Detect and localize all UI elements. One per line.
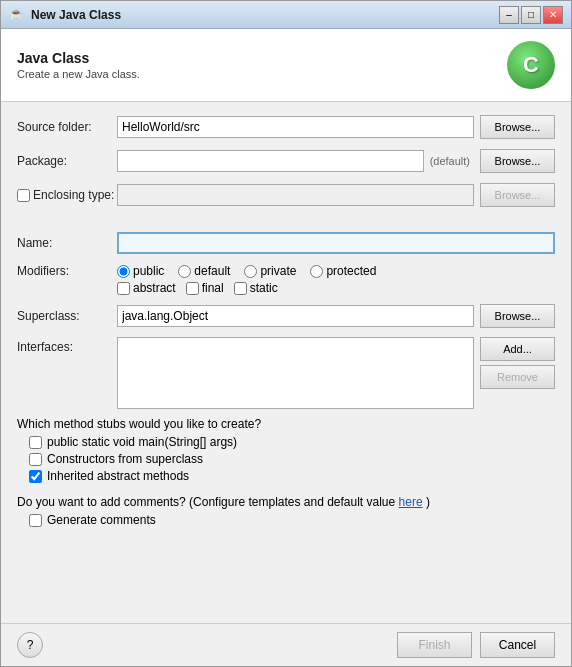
modifier-private-label: private	[260, 264, 296, 278]
name-label: Name:	[17, 236, 117, 250]
help-button[interactable]: ?	[17, 632, 43, 658]
name-input[interactable]	[117, 232, 555, 254]
separator	[17, 216, 555, 222]
interfaces-controls: Add... Remove	[117, 337, 555, 409]
method3-label: Inherited abstract methods	[47, 469, 189, 483]
dialog-footer: ? Finish Cancel	[1, 623, 571, 666]
modifier-protected-radio[interactable]	[310, 265, 323, 278]
superclass-input[interactable]	[117, 305, 474, 327]
modifier-static-label: static	[250, 281, 278, 295]
modifier-private-option[interactable]: private	[244, 264, 296, 278]
modifier-abstract-option[interactable]: abstract	[117, 281, 176, 295]
dialog-title: Java Class	[17, 50, 140, 66]
generate-comments-checkbox[interactable]	[29, 514, 42, 527]
new-java-class-dialog: ☕ New Java Class – □ ✕ Java Class Create…	[0, 0, 572, 667]
modifier-default-radio[interactable]	[178, 265, 191, 278]
comments-section: Do you want to add comments? (Configure …	[17, 495, 555, 527]
modifier-abstract-checkbox[interactable]	[117, 282, 130, 295]
method2-label: Constructors from superclass	[47, 452, 203, 466]
source-folder-browse-button[interactable]: Browse...	[480, 115, 555, 139]
dialog-body: Source folder: Browse... Package: (defau…	[1, 102, 571, 623]
package-default-label: (default)	[430, 155, 470, 167]
generate-comments-item: Generate comments	[29, 513, 555, 527]
modifier-final-option[interactable]: final	[186, 281, 224, 295]
modifier-default-option[interactable]: default	[178, 264, 230, 278]
source-folder-row: Source folder: Browse...	[17, 114, 555, 140]
finish-button[interactable]: Finish	[397, 632, 472, 658]
enclosing-type-controls: Browse...	[117, 183, 555, 207]
superclass-label: Superclass:	[17, 309, 117, 323]
modifiers-label: Modifiers:	[17, 264, 117, 278]
package-row: Package: (default) Browse...	[17, 148, 555, 174]
comments-label: Do you want to add comments? (Configure …	[17, 495, 555, 509]
package-controls: (default) Browse...	[117, 149, 555, 173]
source-folder-label: Source folder:	[17, 120, 117, 134]
enclosing-type-browse-button[interactable]: Browse...	[480, 183, 555, 207]
interfaces-row: Interfaces: Add... Remove	[17, 337, 555, 409]
dialog-header-text: Java Class Create a new Java class.	[17, 50, 140, 80]
window-controls: – □ ✕	[499, 6, 563, 24]
source-folder-controls: Browse...	[117, 115, 555, 139]
modifiers-line1: Modifiers: public default private	[17, 264, 555, 278]
generate-comments-label: Generate comments	[47, 513, 156, 527]
enclosing-type-input[interactable]	[117, 184, 474, 206]
modifiers-line2: abstract final static	[117, 281, 555, 295]
name-row: Name:	[17, 230, 555, 256]
method1-label: public static void main(String[] args)	[47, 435, 237, 449]
window-title: New Java Class	[31, 8, 499, 22]
modifiers-radios: public default private protected	[117, 264, 376, 278]
modifier-final-checkbox[interactable]	[186, 282, 199, 295]
dialog-subtitle: Create a new Java class.	[17, 68, 140, 80]
package-browse-button[interactable]: Browse...	[480, 149, 555, 173]
interfaces-textarea[interactable]	[117, 337, 474, 409]
enclosing-type-label: Enclosing type:	[33, 188, 114, 202]
modifier-final-label: final	[202, 281, 224, 295]
minimize-button[interactable]: –	[499, 6, 519, 24]
enclosing-type-checkbox[interactable]	[17, 189, 30, 202]
method-stubs-section: Which method stubs would you like to cre…	[17, 417, 555, 483]
maximize-button[interactable]: □	[521, 6, 541, 24]
modifier-abstract-label: abstract	[133, 281, 176, 295]
modifier-public-option[interactable]: public	[117, 264, 164, 278]
modifier-protected-option[interactable]: protected	[310, 264, 376, 278]
superclass-row: Superclass: Browse...	[17, 303, 555, 329]
modifier-default-label: default	[194, 264, 230, 278]
interfaces-buttons: Add... Remove	[480, 337, 555, 389]
close-button[interactable]: ✕	[543, 6, 563, 24]
cancel-button[interactable]: Cancel	[480, 632, 555, 658]
window-icon: ☕	[9, 7, 25, 23]
interfaces-label: Interfaces:	[17, 337, 117, 354]
package-label: Package:	[17, 154, 117, 168]
method2-checkbox[interactable]	[29, 453, 42, 466]
source-folder-input[interactable]	[117, 116, 474, 138]
modifier-private-radio[interactable]	[244, 265, 257, 278]
superclass-browse-button[interactable]: Browse...	[480, 304, 555, 328]
method2-item: Constructors from superclass	[29, 452, 555, 466]
modifier-static-checkbox[interactable]	[234, 282, 247, 295]
method1-checkbox[interactable]	[29, 436, 42, 449]
enclosing-type-row: Enclosing type: Browse...	[17, 182, 555, 208]
modifier-public-label: public	[133, 264, 164, 278]
method3-item: Inherited abstract methods	[29, 469, 555, 483]
package-input[interactable]	[117, 150, 424, 172]
dialog-logo: C	[507, 41, 555, 89]
title-bar: ☕ New Java Class – □ ✕	[1, 1, 571, 29]
enclosing-type-label-area: Enclosing type:	[17, 188, 117, 202]
interfaces-remove-button[interactable]: Remove	[480, 365, 555, 389]
footer-help: ?	[17, 632, 389, 658]
modifier-static-option[interactable]: static	[234, 281, 278, 295]
superclass-controls: Browse...	[117, 304, 555, 328]
name-controls	[117, 232, 555, 254]
modifiers-section: Modifiers: public default private	[17, 264, 555, 295]
method3-checkbox[interactable]	[29, 470, 42, 483]
modifier-protected-label: protected	[326, 264, 376, 278]
method1-item: public static void main(String[] args)	[29, 435, 555, 449]
modifier-public-radio[interactable]	[117, 265, 130, 278]
dialog-header: Java Class Create a new Java class. C	[1, 29, 571, 102]
interfaces-add-button[interactable]: Add...	[480, 337, 555, 361]
method-stubs-label: Which method stubs would you like to cre…	[17, 417, 555, 431]
comments-link[interactable]: here	[399, 495, 423, 509]
